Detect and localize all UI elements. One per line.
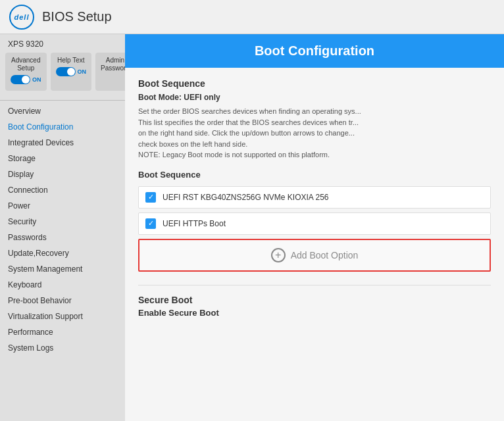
checkmark-icon-2: ✓	[148, 220, 154, 227]
sidebar-item-integrated-devices[interactable]: Integrated Devices	[0, 135, 125, 151]
toggle-thumb-advanced	[22, 76, 30, 84]
dell-logo-text: dell	[14, 13, 30, 21]
dell-logo: dell	[9, 5, 34, 30]
content-body: Boot Sequence Boot Mode: UEFI only Set t…	[125, 68, 504, 328]
sidebar-item-performance[interactable]: Performance	[0, 324, 125, 340]
toggle-thumb-help	[67, 68, 75, 76]
toggle-card-help-text: Help Text ON	[51, 53, 92, 91]
add-boot-option-button[interactable]: + Add Boot Option	[138, 239, 491, 272]
sidebar-item-connection[interactable]: Connection	[0, 182, 125, 198]
sidebar-item-security[interactable]: Security	[0, 214, 125, 230]
secure-boot-section: Secure Boot Enable Secure Boot	[138, 285, 491, 318]
device-name: XPS 9320	[0, 34, 125, 53]
toggle-track-help	[56, 67, 76, 76]
sidebar-item-virtualization-support[interactable]: Virtualization Support	[0, 309, 125, 324]
sidebar-item-display[interactable]: Display	[0, 166, 125, 182]
sidebar-item-preboot-behavior[interactable]: Pre-boot Behavior	[0, 293, 125, 309]
toggle-label-admin-password: AdminPassword	[101, 57, 125, 72]
sidebar-item-system-management[interactable]: System Management	[0, 261, 125, 277]
toggle-on-label-advanced: ON	[32, 76, 41, 83]
toggle-label-help-text: Help Text	[56, 57, 87, 64]
content-header: Boot Configuration	[125, 34, 504, 68]
sidebar-item-boot-configuration[interactable]: Boot Configuration	[0, 119, 125, 135]
description-text: Set the order BIOS searches devices when…	[138, 106, 491, 161]
toggle-label-advanced-setup: AdvancedSetup	[11, 57, 41, 72]
main-layout: XPS 9320 AdvancedSetup ON Help Text ON	[0, 34, 504, 421]
enable-secure-boot-label: Enable Secure Boot	[138, 308, 491, 318]
boot-checkbox-uefi-rst[interactable]: ✓	[145, 192, 156, 203]
sidebar-item-update-recovery[interactable]: Update,Recovery	[0, 245, 125, 261]
boot-mode-label: Boot Mode: UEFI only	[138, 93, 491, 102]
boot-checkbox-uefi-https[interactable]: ✓	[145, 218, 156, 229]
nav-divider	[0, 100, 125, 101]
sidebar-item-storage[interactable]: Storage	[0, 151, 125, 166]
app-title: BIOS Setup	[42, 9, 112, 24]
checkmark-icon: ✓	[148, 193, 154, 201]
sidebar-item-system-logs[interactable]: System Logs	[0, 340, 125, 356]
content-area: Boot Configuration Boot Sequence Boot Mo…	[125, 34, 504, 421]
add-boot-option-label: Add Boot Option	[291, 250, 359, 260]
sidebar-item-power[interactable]: Power	[0, 198, 125, 214]
boot-item-label-uefi-https: UEFI HTTPs Boot	[163, 219, 226, 228]
section-boot-sequence-title: Boot Sequence	[138, 78, 491, 89]
sidebar: XPS 9320 AdvancedSetup ON Help Text ON	[0, 34, 125, 421]
toggle-on-label-help: ON	[78, 68, 87, 75]
toggle-help-text[interactable]: ON	[56, 67, 87, 76]
toggle-card-admin-password: AdminPassword	[95, 53, 125, 91]
boot-sequence-label: Boot Sequence	[138, 170, 491, 180]
boot-item-uefi-rst: ✓ UEFI RST KBG40ZNS256G NVMe KIOXIA 256	[138, 186, 491, 209]
plus-circle-icon: +	[271, 248, 286, 262]
boot-item-label-uefi-rst: UEFI RST KBG40ZNS256G NVMe KIOXIA 256	[163, 193, 329, 202]
toggle-track-advanced	[11, 75, 30, 84]
boot-item-uefi-https: ✓ UEFI HTTPs Boot	[138, 212, 491, 235]
sidebar-item-passwords[interactable]: Passwords	[0, 230, 125, 245]
header: dell BIOS Setup	[0, 0, 504, 34]
toggle-advanced-setup[interactable]: ON	[11, 75, 41, 84]
content-title: Boot Configuration	[255, 43, 374, 58]
sidebar-item-keyboard[interactable]: Keyboard	[0, 277, 125, 293]
toggles-section: AdvancedSetup ON Help Text ON	[0, 53, 125, 97]
secure-boot-title: Secure Boot	[138, 295, 491, 305]
toggle-card-advanced-setup: AdvancedSetup ON	[5, 53, 47, 91]
sidebar-item-overview[interactable]: Overview	[0, 103, 125, 119]
